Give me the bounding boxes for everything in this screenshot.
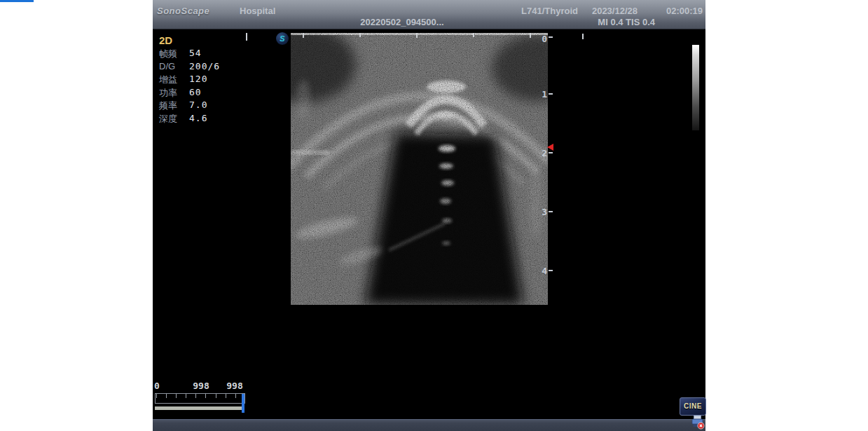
param-value: 200/6	[189, 61, 220, 71]
ultrasound-app-screen: SonoScape Hospital 20220502_094500... L7…	[153, 0, 705, 431]
param-row-dg: D/G 200/6	[159, 61, 188, 74]
param-label: 功率	[159, 87, 188, 100]
depth-tick-2: 2	[535, 148, 547, 158]
param-label: D/G	[159, 61, 188, 71]
grayscale-map-bar	[692, 45, 699, 130]
cine-start-frame: 0	[154, 381, 160, 391]
focus-position-marker[interactable]	[547, 144, 553, 151]
param-label: 频率	[159, 100, 188, 112]
bottom-taskbar	[153, 419, 705, 431]
depth-ruler-dash	[549, 93, 553, 95]
system-time: 02:00:19	[666, 6, 703, 16]
hospital-name: Hospital	[240, 6, 275, 16]
param-row-power: 功率 60	[159, 87, 188, 100]
param-value: 7.0	[189, 100, 207, 110]
cine-button[interactable]: CINE	[680, 397, 706, 416]
param-value: 4.6	[189, 113, 207, 123]
desktop: SonoScape Hospital 20220502_094500... L7…	[0, 0, 868, 431]
depth-ruler-dash	[549, 211, 553, 212]
ultrasound-bmode-render	[291, 33, 548, 305]
param-row-gain: 增益 120	[159, 74, 188, 86]
depth-tick-4: 4	[535, 266, 547, 276]
param-value: 60	[189, 87, 202, 97]
cine-frame-ruler[interactable]	[155, 393, 245, 404]
depth-tick-1: 1	[535, 89, 547, 100]
ultrasound-image[interactable]	[291, 33, 548, 305]
exam-id: 20220502_094500...	[332, 17, 472, 27]
depth-ruler-dash	[549, 270, 553, 271]
cine-progress-fill[interactable]	[155, 406, 242, 410]
depth-ruler-dash	[549, 152, 553, 153]
param-row-depth: 深度 4.6	[159, 113, 188, 125]
param-row-framerate: 帧频 54	[159, 48, 188, 60]
param-value: 120	[189, 74, 207, 84]
top-left-accent-line	[0, 0, 34, 2]
mi-tis-values: MI 0.4 TIS 0.4	[598, 17, 655, 27]
param-label: 深度	[159, 113, 188, 125]
probe-center-marker-left	[246, 33, 247, 41]
param-row-frequency: 频率 7.0	[159, 100, 188, 112]
cine-playhead[interactable]	[242, 394, 244, 413]
cine-ruler-ticks	[156, 394, 244, 398]
probe-preset: L741/Thyroid	[521, 6, 578, 16]
param-label: 帧频	[159, 48, 188, 60]
system-date: 2023/12/28	[592, 6, 638, 16]
probe-orientation-icon: S	[276, 32, 289, 45]
param-label: 增益	[159, 74, 188, 86]
printer-status-icon[interactable]	[691, 415, 705, 430]
top-status-bar: SonoScape Hospital 20220502_094500... L7…	[153, 0, 705, 29]
depth-tick-3: 3	[535, 207, 547, 217]
cine-current-frame: 998	[191, 381, 211, 391]
probe-center-marker-right	[582, 34, 584, 39]
sonoscape-logo: SonoScape	[157, 6, 209, 16]
depth-ruler-dash	[549, 36, 553, 38]
depth-tick-0: 0	[535, 34, 547, 44]
imaging-mode-label: 2D	[159, 34, 172, 46]
cine-total-frames: 998	[225, 381, 244, 391]
param-value: 54	[189, 48, 202, 58]
